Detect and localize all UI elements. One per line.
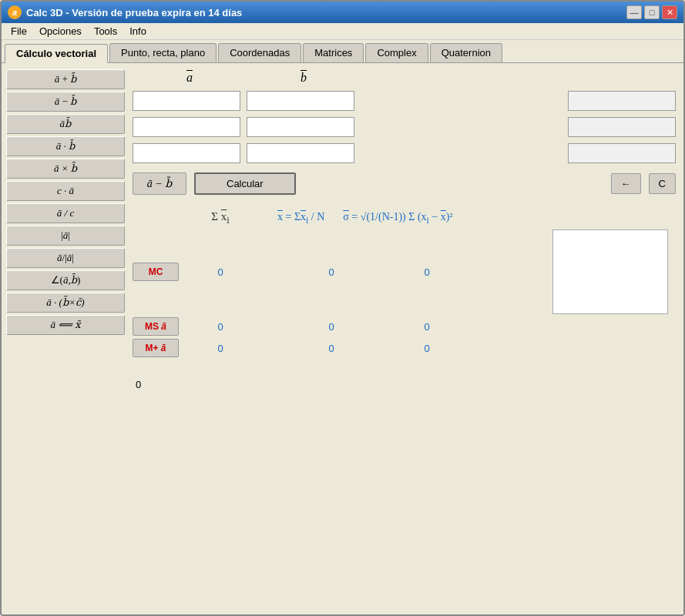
sum-label: Σ xi — [190, 210, 251, 226]
action-row: ā − b̄ Calcular ← C — [133, 172, 676, 195]
op-magnitude[interactable]: |ā| — [6, 226, 125, 246]
tab-quaternion[interactable]: Quaternion — [430, 43, 502, 62]
ms-val1: 0 — [190, 321, 251, 333]
minimize-button[interactable]: — — [626, 5, 642, 19]
tab-bar: Cálculo vectorial Punto, recta, plano Co… — [2, 40, 683, 63]
op-dot[interactable]: ā · b̄ — [6, 136, 125, 156]
menu-opciones[interactable]: Opciones — [33, 24, 88, 38]
op-mul[interactable]: āb̄ — [6, 114, 125, 134]
result-r1[interactable]: 10 — [568, 91, 676, 111]
app-window: a Calc 3D - Versión de prueba expira en … — [0, 0, 685, 616]
stats-section: Σ xi x = Σxi / N σ = √(1/(N-1)) Σ (xi − … — [133, 210, 676, 357]
calculate-button[interactable]: Calcular — [194, 172, 296, 195]
input-a3[interactable]: 0 — [133, 143, 240, 163]
mc-val1: 0 — [190, 266, 251, 278]
main-panel: a b 12 2 10 55 3 52 0 — [128, 66, 680, 611]
op-assign[interactable]: ā ⟸ x̄ — [6, 315, 125, 335]
input-b2[interactable]: 3 — [247, 117, 354, 137]
backspace-button[interactable]: ← — [611, 173, 641, 194]
menubar: File Opciones Tools Info — [2, 23, 683, 40]
counter: 0 — [133, 376, 676, 393]
mplus-val3: 0 — [396, 343, 458, 354]
mc-row: MC 0 0 0 — [133, 229, 676, 314]
menu-info[interactable]: Info — [123, 24, 153, 38]
op-sub[interactable]: ā − b̄ — [6, 92, 125, 112]
stats-result-area — [552, 229, 668, 314]
input-b3[interactable]: 0 — [247, 143, 354, 163]
header-a: a — [136, 71, 243, 85]
tab-matrices[interactable]: Matrices — [303, 43, 364, 62]
ms-val2: 0 — [301, 321, 362, 333]
op-angle[interactable]: ∠(ā,b̄) — [6, 270, 125, 290]
window-controls: — □ ✕ — [626, 5, 677, 19]
ms-val3: 0 — [396, 321, 458, 333]
menu-tools[interactable]: Tools — [88, 24, 123, 38]
app-icon: a — [8, 5, 22, 19]
op-cross[interactable]: ā × b̄ — [6, 159, 125, 179]
vector-row-1: 12 2 10 — [133, 91, 676, 111]
mplus-val2: 0 — [301, 343, 362, 354]
titlebar: a Calc 3D - Versión de prueba expira en … — [2, 2, 683, 23]
input-b1[interactable]: 2 — [247, 91, 354, 111]
tab-complex[interactable]: Complex — [365, 43, 428, 62]
op-add[interactable]: ā + b̄ — [6, 69, 125, 89]
tab-coordenadas[interactable]: Coordenadas — [218, 43, 301, 62]
maximize-button[interactable]: □ — [644, 5, 660, 19]
result-r2[interactable]: 52 — [568, 117, 676, 137]
vector-row-3: 0 0 0 — [133, 143, 676, 163]
mplus-val1: 0 — [190, 343, 251, 354]
mean-formula: x = Σxi / N — [277, 211, 324, 226]
mc-val3: 0 — [396, 266, 458, 278]
op-normalize[interactable]: ā/|ā| — [6, 248, 125, 268]
sigma-formula: σ = √(1/(N-1)) Σ (xi − x)² — [343, 211, 452, 226]
op-triple[interactable]: ā · (b̄×c̄) — [6, 293, 125, 313]
tab-calculo-vectorial[interactable]: Cálculo vectorial — [5, 44, 108, 63]
clear-button[interactable]: C — [649, 173, 676, 194]
close-button[interactable]: ✕ — [662, 5, 677, 19]
ms-button[interactable]: MS ā — [133, 317, 179, 336]
result-r3[interactable]: 0 — [568, 143, 676, 163]
vector-row-2: 55 3 52 — [133, 117, 676, 137]
menu-file[interactable]: File — [5, 24, 33, 38]
mc-val2: 0 — [301, 266, 362, 278]
op-scalar-mul[interactable]: c · ā — [6, 181, 125, 201]
op-scalar-div[interactable]: ā / c — [6, 203, 125, 223]
sidebar: ā + b̄ ā − b̄ āb̄ ā · b̄ ā × b̄ c · ā ā … — [5, 66, 128, 611]
mplus-row: M+ ā 0 0 0 — [133, 339, 676, 357]
ms-row: MS ā 0 0 0 — [133, 317, 676, 336]
input-a2[interactable]: 55 — [133, 117, 240, 137]
op-display: ā − b̄ — [133, 172, 186, 195]
header-b: b — [250, 71, 358, 85]
window-title: Calc 3D - Versión de prueba expira en 14… — [26, 7, 626, 18]
content-area: ā + b̄ ā − b̄ āb̄ ā · b̄ ā × b̄ c · ā ā … — [2, 63, 683, 614]
mc-button[interactable]: MC — [133, 263, 179, 281]
mplus-button[interactable]: M+ ā — [133, 339, 179, 357]
input-a1[interactable]: 12 — [133, 91, 240, 111]
tab-punto-recta-plano[interactable]: Punto, recta, plano — [109, 43, 217, 62]
